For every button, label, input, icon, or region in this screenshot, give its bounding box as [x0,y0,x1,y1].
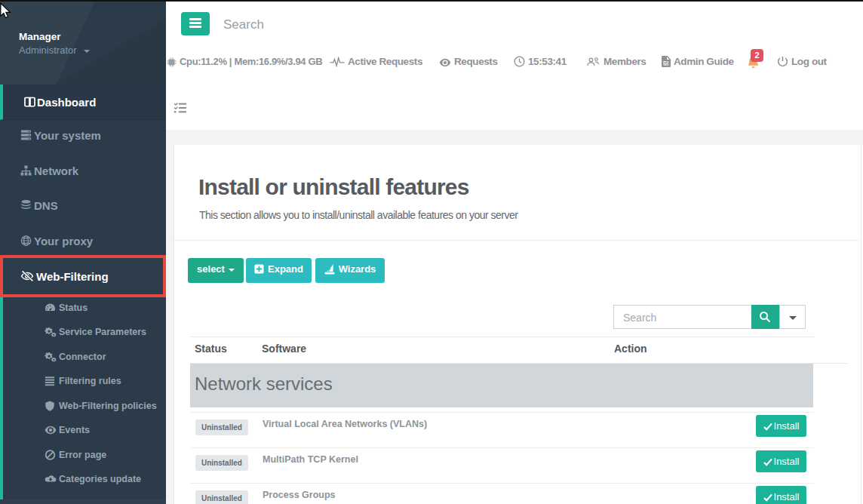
svg-text:PDF: PDF [664,62,670,66]
